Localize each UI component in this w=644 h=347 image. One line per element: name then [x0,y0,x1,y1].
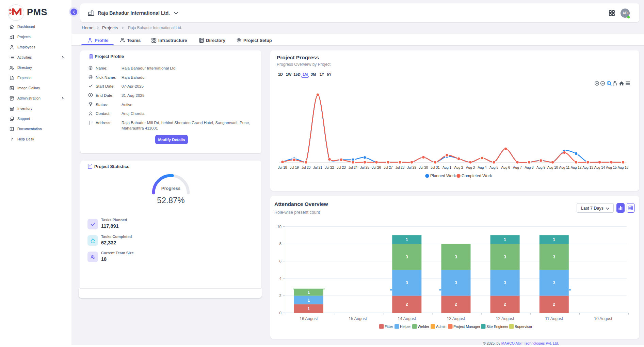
svg-text:11 August: 11 August [545,316,563,321]
svg-text:3: 3 [455,281,457,285]
svg-text:3: 3 [553,255,555,259]
svg-text:14 August: 14 August [398,316,416,321]
svg-text:16 August: 16 August [300,316,318,321]
svg-text:1: 1 [406,237,408,242]
svg-text:Jul 26: Jul 26 [372,166,381,169]
svg-text:1: 1 [307,306,310,311]
svg-text:3: 3 [504,281,506,285]
svg-text:Jul 20: Jul 20 [302,166,311,169]
svg-text:2: 2 [553,302,555,307]
svg-text:Aug 3: Aug 3 [466,166,475,169]
svg-text:2: 2 [406,302,408,307]
svg-text:Jul 19: Jul 19 [290,166,299,169]
svg-text:8: 8 [279,242,281,246]
svg-text:Welder: Welder [418,325,429,329]
svg-text:Jul 18: Jul 18 [278,166,287,169]
svg-text:3: 3 [455,255,457,259]
svg-text:Aug 10: Aug 10 [547,166,558,169]
svg-text:Project Manager: Project Manager [453,325,481,329]
svg-text:Jul 23: Jul 23 [337,166,346,169]
svg-text:4: 4 [279,276,282,281]
svg-text:Jul 21: Jul 21 [313,166,322,169]
svg-text:1: 1 [504,237,506,242]
svg-text:Aug 11: Aug 11 [559,166,570,169]
svg-text:3: 3 [504,255,506,259]
svg-text:Aug 9: Aug 9 [536,166,546,169]
svg-text:Aug 5: Aug 5 [489,166,499,169]
svg-text:Aug 4: Aug 4 [478,166,487,169]
svg-text:Jul 27: Jul 27 [384,166,393,169]
svg-text:Jul 22: Jul 22 [325,166,334,169]
svg-text:3: 3 [553,281,555,285]
svg-text:15 August: 15 August [349,316,367,321]
svg-text:Fitter: Fitter [385,325,393,329]
svg-text:10 August: 10 August [594,316,612,321]
svg-text:Planned Work: Planned Work [430,174,456,178]
svg-text:Helper: Helper [400,325,411,329]
svg-text:Aug 12: Aug 12 [571,166,582,169]
svg-text:Aug 8: Aug 8 [525,166,534,169]
svg-text:0: 0 [279,311,281,315]
svg-text:Jul 29: Jul 29 [407,166,416,169]
svg-text:1: 1 [307,290,310,295]
svg-text:Aug 7: Aug 7 [513,166,522,169]
svg-text:10: 10 [277,225,281,229]
svg-text:Aug 13: Aug 13 [582,166,593,169]
svg-text:2: 2 [279,293,281,298]
svg-text:Aug 6: Aug 6 [501,166,510,169]
svg-text:Aug 1: Aug 1 [442,166,452,169]
svg-text:3: 3 [406,281,408,285]
svg-text:2: 2 [455,302,457,307]
svg-text:Aug 16: Aug 16 [618,166,629,169]
svg-text:Jul 30: Jul 30 [419,166,428,169]
svg-text:6: 6 [279,259,281,263]
svg-text:Jul 31: Jul 31 [431,166,440,169]
svg-text:1: 1 [553,237,555,242]
svg-text:Supervisor: Supervisor [515,325,532,329]
svg-text:Jul 28: Jul 28 [396,166,405,169]
svg-text:2: 2 [504,302,506,307]
svg-text:Jul 24: Jul 24 [349,166,358,169]
svg-text:Site Engineer: Site Engineer [486,325,509,329]
svg-text:1: 1 [307,298,310,303]
svg-text:Completed Work: Completed Work [462,174,492,178]
svg-text:Aug 2: Aug 2 [454,166,463,169]
svg-text:Admin: Admin [436,325,447,329]
svg-text:Jul 25: Jul 25 [360,166,369,169]
svg-text:13 August: 13 August [447,316,465,321]
svg-text:12 August: 12 August [496,316,514,321]
svg-text:Aug 14: Aug 14 [594,166,605,169]
svg-text:3: 3 [406,255,408,259]
svg-text:Aug 15: Aug 15 [606,166,617,169]
